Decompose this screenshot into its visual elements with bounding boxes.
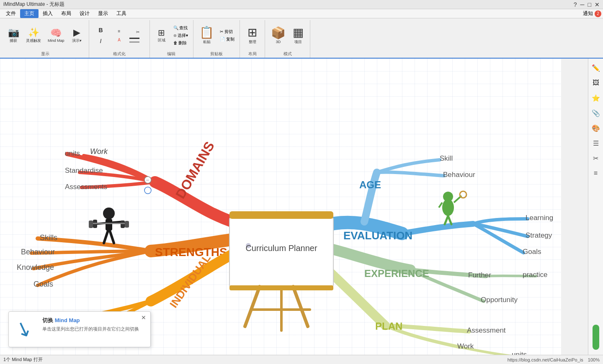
rt-image-btn[interactable]: 🖼 — [590, 77, 602, 89]
menu-design[interactable]: 设计 — [75, 9, 94, 18]
rt-list-btn[interactable]: ☰ — [590, 137, 602, 149]
minimize-btn[interactable]: ─ — [580, 1, 585, 8]
main-area: DOMAINS – STRENGTHS — [0, 59, 603, 355]
mindmap-icon: 🧠 — [50, 28, 62, 38]
svg-text:DOMAINS: DOMAINS — [173, 139, 217, 201]
rt-color-btn[interactable]: 🎨 — [590, 122, 602, 134]
svg-point-53 — [460, 191, 466, 198]
svg-text:Skill: Skill — [440, 154, 453, 162]
svg-text:EVALUATION: EVALUATION — [343, 229, 412, 242]
ribbon-group-mode: 📦 3D ▦ 项目 模式 — [265, 20, 310, 58]
svg-text:Curriculum Planner: Curriculum Planner — [245, 244, 317, 253]
svg-text:Work: Work — [90, 147, 108, 156]
svg-rect-45 — [89, 220, 93, 228]
svg-rect-44 — [121, 220, 125, 228]
svg-rect-14 — [229, 211, 333, 219]
menu-file[interactable]: 文件 — [2, 9, 20, 18]
arrange-btn[interactable]: ⊞ 整理 — [244, 25, 261, 46]
capture-icon: 📷 — [8, 28, 19, 37]
status-zoom: 100% — [588, 357, 600, 362]
window-controls[interactable]: ? ─ □ ✕ — [574, 1, 600, 8]
svg-line-48 — [104, 231, 108, 243]
menu-tools[interactable]: 工具 — [112, 9, 131, 18]
ribbon: 📷 捕获 ✨ 灵感触发 🧠 Mind Map ▶ 演示▾ 显示 B I — [0, 18, 603, 59]
italic-btn[interactable]: I — [93, 36, 109, 46]
format-group-label: 格式化 — [113, 51, 126, 58]
rt-edit-btn[interactable]: ✏️ — [590, 62, 602, 74]
svg-text:–: – — [146, 177, 149, 183]
help-btn[interactable]: ? — [574, 1, 577, 8]
rt-link-btn[interactable]: 📎 — [590, 107, 602, 119]
status-left: 1个 Mind Map 打开 — [3, 356, 43, 363]
arrange-icon: ⊞ — [247, 27, 257, 38]
notification-badge[interactable]: 2 — [595, 10, 601, 17]
capture-btn[interactable]: 📷 捕获 — [5, 26, 22, 45]
menu-display[interactable]: 显示 — [94, 9, 112, 18]
ribbon-group-format: B I ≡ A ✂ 格式化 — [89, 20, 150, 58]
clipboard-group-label: 剪贴板 — [210, 51, 223, 58]
status-bar: 1个 Mind Map 打开 https://blog.csdn.net/Cai… — [0, 355, 603, 364]
delete-btn[interactable]: 🗑 删除 — [172, 40, 190, 46]
svg-point-51 — [442, 199, 454, 216]
paste-btn[interactable]: 📋 粘贴 — [197, 25, 216, 46]
area-btn[interactable]: ⊞ 区域 — [153, 27, 170, 45]
svg-text:Opportunity: Opportunity — [481, 296, 518, 304]
right-toolbar: ✏️ 🖼 ⭐ 📎 🎨 ☰ ✂ ≡ — [588, 59, 603, 355]
cut-btn[interactable]: ✂ 剪切 — [218, 28, 236, 35]
bold-btn[interactable]: B — [93, 25, 109, 35]
title-bar: iMindMap Ultimate - 无标题 ? ─ □ ✕ — [0, 0, 603, 9]
svg-point-40 — [103, 208, 115, 219]
present-icon: ▶ — [73, 28, 80, 37]
svg-text:Behaviour: Behaviour — [443, 171, 475, 179]
tooltip-title: 切换 Mind Map — [42, 317, 139, 324]
mind-map-canvas[interactable]: DOMAINS – STRENGTHS — [0, 59, 561, 355]
area-icon: ⊞ — [158, 28, 165, 37]
svg-line-56 — [448, 216, 451, 224]
edit-group-label: 编辑 — [167, 51, 175, 58]
canvas-wrapper[interactable]: DOMAINS – STRENGTHS — [0, 59, 588, 355]
svg-point-3 — [144, 187, 151, 194]
svg-rect-41 — [106, 219, 112, 231]
clear-format-btn[interactable]: ✂ — [129, 28, 146, 36]
svg-text:Learning: Learning — [526, 214, 553, 222]
menu-home[interactable]: 主页 — [20, 9, 39, 18]
present-btn[interactable]: ▶ 演示▾ — [69, 26, 85, 45]
tooltip-close-btn[interactable]: ✕ — [141, 314, 146, 321]
svg-text:units: units — [512, 351, 527, 355]
menu-insert[interactable]: 插入 — [39, 9, 57, 18]
project-icon: ▦ — [293, 27, 304, 38]
svg-text:Behaviour: Behaviour — [21, 248, 55, 256]
ribbon-group-clipboard: 📋 粘贴 ✂ 剪切 📄 复制 剪贴板 — [193, 20, 240, 58]
font-color-btn[interactable]: A — [111, 36, 128, 44]
inspire-btn[interactable]: ✨ 灵感触发 — [23, 26, 44, 45]
close-btn[interactable]: ✕ — [595, 1, 600, 8]
svg-text:Assessments: Assessments — [65, 183, 107, 191]
svg-text:practice: practice — [523, 271, 548, 279]
svg-text:AGE: AGE — [359, 179, 381, 190]
svg-line-11 — [245, 287, 260, 326]
svg-text:INDIVIDUAL: INDIVIDUAL — [167, 252, 213, 310]
scroll-indicator[interactable] — [593, 325, 599, 350]
align-btn[interactable]: ≡ — [111, 27, 128, 35]
tooltip-popup: ✕ ↙ 切换 Mind Map 单击这里列出您已打开的项目并在它们之间切换 — [8, 311, 151, 347]
tooltip-icon: ↙ — [15, 317, 32, 340]
ribbon-group-layout: ⊞ 整理 布局 — [240, 20, 265, 58]
svg-text:Goals: Goals — [523, 248, 541, 256]
rt-star-btn[interactable]: ⭐ — [590, 92, 602, 104]
inspire-icon: ✨ — [28, 28, 39, 37]
find-btn[interactable]: 🔍 查找 — [172, 25, 190, 31]
svg-line-49 — [110, 231, 114, 243]
rt-cut-btn[interactable]: ✂ — [590, 152, 602, 164]
select-btn[interactable]: ⊙ 选择▾ — [172, 32, 190, 39]
3d-btn[interactable]: 📦 3D — [268, 26, 288, 46]
mindmap-btn[interactable]: 🧠 Mind Map — [45, 27, 67, 44]
maximize-btn[interactable]: □ — [588, 1, 591, 8]
svg-rect-46 — [125, 221, 129, 228]
menu-layout[interactable]: 布局 — [57, 9, 75, 18]
project-btn[interactable]: ▦ 项目 — [290, 25, 307, 46]
svg-text:STRENGTHS: STRENGTHS — [155, 246, 227, 259]
rt-menu-btn[interactable]: ≡ — [590, 167, 602, 179]
paste-icon: 📋 — [199, 27, 214, 38]
svg-text:Strategy: Strategy — [526, 231, 552, 239]
copy-btn[interactable]: 📄 复制 — [218, 36, 236, 43]
